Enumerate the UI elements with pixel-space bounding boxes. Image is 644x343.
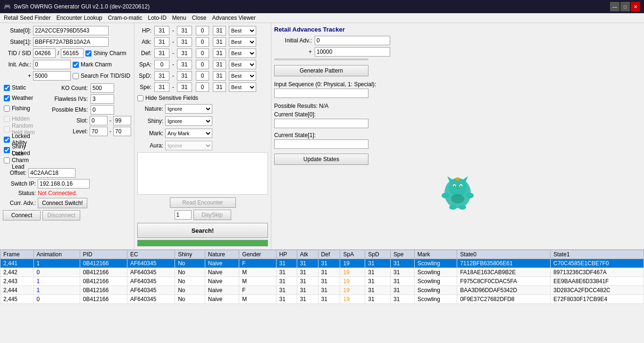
initial-adv-input[interactable] [315,36,390,45]
menu-menu[interactable]: Menu [172,15,186,21]
sid-input[interactable] [61,49,84,58]
current-state0-input[interactable] [274,119,368,128]
read-encounter-button[interactable]: Read Encounter [170,197,236,208]
search-tid-sid-label[interactable]: Search For TID/SID [73,73,130,79]
shiny-select[interactable]: Ignore [165,116,212,126]
state0-input[interactable] [33,26,109,35]
minimize-button[interactable]: — [610,2,619,11]
update-states-button[interactable]: Update States [274,154,368,165]
close-button[interactable]: ✕ [631,2,640,11]
menu-retail-seed-finder[interactable]: Retail Seed Finder [4,15,50,21]
search-tid-sid-checkbox[interactable] [73,73,79,79]
state1-input[interactable] [33,37,109,47]
table-row[interactable]: 2,44200B412166AF640345NoNaiveM3131311931… [0,268,644,277]
level-min-input[interactable] [90,127,108,136]
spe-f1[interactable] [196,82,209,92]
def-best-select[interactable]: Best [229,49,256,58]
plus-input[interactable] [33,71,71,81]
aura-select[interactable]: Ignore [165,141,212,150]
spd-max[interactable] [177,71,192,81]
hide-sensitive-label[interactable]: Hide Sensitive Fields [137,95,198,101]
flawless-input[interactable] [91,94,114,104]
search-button[interactable]: Search! [137,223,268,238]
atk-best-select[interactable]: Best [229,37,256,47]
dayskip-button[interactable]: DaySkip [193,210,231,220]
static-label[interactable]: Static [4,84,26,91]
hidden-checkbox[interactable] [4,116,10,122]
atk-max[interactable] [177,37,192,47]
table-row[interactable]: 2,44410B412166AF640345NoNaiveF3131311931… [0,286,644,295]
connect-switch-button[interactable]: Connect Switch! [38,198,87,208]
mark-charm-checkbox[interactable] [73,62,79,68]
static-checkbox[interactable] [4,85,10,91]
spa-f2[interactable] [213,60,226,69]
def-max[interactable] [177,49,192,58]
spd-min[interactable] [154,71,169,81]
hp-min[interactable] [154,26,169,35]
nature-select[interactable]: Ignore [165,104,212,114]
shiny-charm-label[interactable]: Shiny Charm [85,50,126,57]
spa-f1[interactable] [196,60,209,69]
atk-min[interactable] [154,37,169,47]
slot-min-input[interactable] [90,116,108,125]
def-f1[interactable] [196,49,209,58]
disconnect-button[interactable]: Disconnect [42,210,80,220]
hp-best-select[interactable]: Best [229,26,256,35]
switch-ip-input[interactable] [38,179,90,188]
dayskip-input[interactable] [175,210,192,220]
hp-f1[interactable] [196,26,209,35]
current-state1-input[interactable] [274,139,368,149]
weather-checkbox[interactable] [4,95,10,101]
init-adv-input[interactable] [33,60,71,69]
hp-f2[interactable] [213,26,226,35]
spe-min[interactable] [154,82,169,92]
random-held-checkbox[interactable] [4,126,10,132]
ko-count-input[interactable] [91,83,114,93]
left-panel: State[0]: State[1]: TID / SID / Shiny Ch… [0,23,134,249]
level-max-input[interactable] [113,127,131,136]
atk-f1[interactable] [196,37,209,47]
spd-best-select[interactable]: Best [229,71,256,81]
spd-f2[interactable] [213,71,226,81]
fishing-checkbox[interactable] [4,106,10,112]
offset-input[interactable] [28,168,75,178]
input-seq-input[interactable] [274,89,368,98]
menu-cram-o-matic[interactable]: Cram-o-matic [108,15,142,21]
mark-charm-label[interactable]: Mark Charm [73,61,112,68]
atk-f2[interactable] [213,37,226,47]
shiny-charm-checkbox[interactable] [85,50,92,57]
cute-charm-label[interactable]: Cute Charm Lead [4,150,38,170]
hp-max[interactable] [177,26,192,35]
table-row[interactable]: 2,44310B412166AF640345NoNaiveM3131311931… [0,277,644,286]
weather-label[interactable]: Weather [4,95,33,101]
def-min[interactable] [154,49,169,58]
mark-select[interactable]: Any Mark [165,129,212,138]
slot-max-input[interactable] [113,116,131,125]
spd-f1[interactable] [196,71,209,81]
spe-max[interactable] [177,82,192,92]
locked-ability-checkbox[interactable] [4,137,10,143]
table-row[interactable]: 2,44110B412166AF640345NoNaiveF3131311931… [0,259,644,268]
table-row[interactable]: 2,44500B412166AF640345NoNaiveM3131311931… [0,295,644,304]
spa-max[interactable] [177,60,192,69]
def-f2[interactable] [213,49,226,58]
menu-advances-viewer[interactable]: Advances Viewer [212,15,256,21]
spe-f2[interactable] [213,82,226,92]
spa-best-select[interactable]: Best [229,60,256,69]
generate-pattern-button[interactable]: Generate Pattern [274,65,368,76]
menu-loto-id[interactable]: Loto-ID [148,15,166,21]
cute-charm-checkbox[interactable] [4,157,10,163]
table-cell: 31 [276,277,297,286]
spa-min[interactable] [154,60,169,69]
fishing-label[interactable]: Fishing [4,105,30,112]
menu-close[interactable]: Close [192,15,207,21]
tid-input[interactable] [33,49,56,58]
possible-ems-input[interactable] [91,105,114,114]
menu-encounter-lookup[interactable]: Encounter Lookup [56,15,102,21]
connect-button[interactable]: Connect [3,210,41,220]
spe-best-select[interactable]: Best [229,82,256,92]
tracker-plus-input[interactable] [315,47,390,57]
maximize-button[interactable]: □ [620,2,630,11]
hidden-label[interactable]: Hidden [4,115,30,122]
hide-sensitive-checkbox[interactable] [137,95,143,101]
